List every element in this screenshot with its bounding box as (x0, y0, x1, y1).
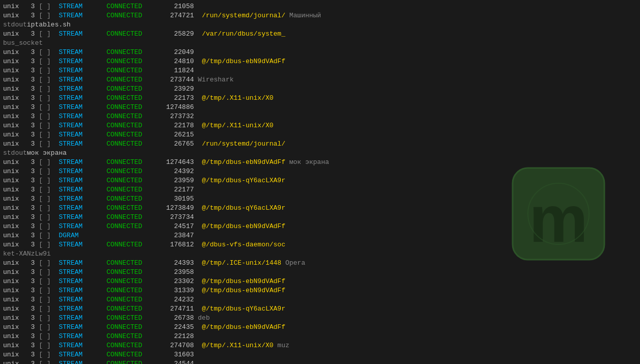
table-row: unix 3 [ ] STREAM CONNECTED 11824 (3, 66, 637, 75)
table-row: unix 3 [ ] STREAM CONNECTED 22435 @/tmp/… (3, 323, 637, 332)
table-row: unix 3 [ ] STREAM CONNECTED 23929 (3, 85, 637, 94)
table-row: unix 3 [ ] STREAM CONNECTED 31339 @/tmp/… (3, 286, 637, 295)
table-row: unix 3 [ ] STREAM CONNECTED 21058 (3, 2, 637, 11)
table-row: unix 3 [ ] STREAM CONNECTED 22049 (3, 48, 637, 57)
table-row: unix 3 [ ] STREAM CONNECTED 31603 (3, 350, 637, 359)
table-row: stdoutмок экрана (3, 149, 637, 158)
table-row: unix 3 [ ] STREAM CONNECTED 24232 (3, 295, 637, 304)
table-row: unix 3 [ ] STREAM CONNECTED 26215 (3, 130, 637, 139)
table-row: unix 3 [ ] STREAM CONNECTED 274708 @/tmp… (3, 341, 637, 350)
table-row: unix 3 [ ] STREAM CONNECTED 24810 @/tmp/… (3, 57, 637, 66)
table-row: unix 3 [ ] STREAM CONNECTED 26738 deb (3, 314, 637, 323)
svg-text:m: m (529, 182, 588, 256)
table-row: unix 3 [ ] STREAM CONNECTED 274721 /run/… (3, 11, 637, 20)
table-row: unix 3 [ ] STREAM CONNECTED 22178 @/tmp/… (3, 121, 637, 130)
table-row: stdoutiptables.sh (3, 20, 637, 30)
table-row: unix 3 [ ] STREAM CONNECTED 22173 @/tmp/… (3, 94, 637, 103)
linux-mint-logo: m (508, 163, 609, 265)
table-row: unix 3 [ ] STREAM CONNECTED 274711 @/tmp… (3, 304, 637, 314)
table-row: unix 3 [ ] STREAM CONNECTED 23958 (3, 268, 637, 277)
table-row: unix 3 [ ] STREAM CONNECTED 273732 (3, 112, 637, 121)
table-row: unix 3 [ ] STREAM CONNECTED 1274886 (3, 103, 637, 112)
table-row: unix 3 [ ] STREAM CONNECTED 25829 /var/r… (3, 30, 637, 39)
table-row: bus_socket (3, 39, 637, 48)
table-row: unix 3 [ ] STREAM CONNECTED 23302 @/tmp/… (3, 277, 637, 286)
table-row: unix 3 [ ] STREAM CONNECTED 26765 /run/s… (3, 139, 637, 149)
table-row: unix 3 [ ] STREAM CONNECTED 24544 (3, 359, 637, 364)
table-row: unix 3 [ ] STREAM CONNECTED 273744 Wires… (3, 75, 637, 85)
table-row: unix 3 [ ] STREAM CONNECTED 22128 (3, 332, 637, 341)
